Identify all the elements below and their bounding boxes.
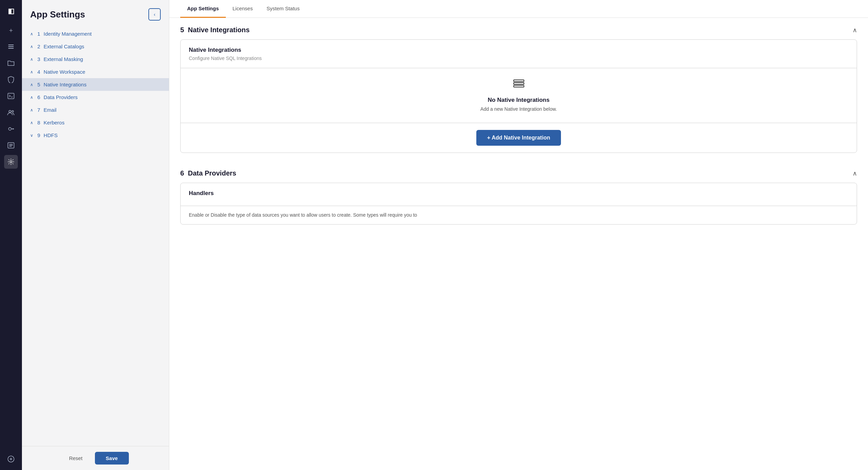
handlers-title: Handlers bbox=[189, 190, 848, 197]
tabs-bar: App SettingsLicensesSystem Status bbox=[169, 0, 868, 18]
nav-shield-icon[interactable] bbox=[4, 73, 18, 86]
item-number: 4 bbox=[37, 69, 40, 75]
tab-system-status[interactable]: System Status bbox=[260, 0, 307, 18]
handlers-card-header: Handlers bbox=[181, 183, 857, 206]
svg-rect-2 bbox=[8, 48, 14, 49]
item-number: 6 bbox=[37, 94, 40, 100]
svg-rect-1 bbox=[8, 46, 14, 47]
sidebar-item-data-providers[interactable]: ∧ 6 Data Providers bbox=[22, 91, 169, 104]
handlers-desc: Enable or Disable the type of data sourc… bbox=[189, 212, 848, 219]
svg-rect-0 bbox=[8, 45, 14, 45]
empty-list-icon bbox=[513, 79, 524, 91]
svg-rect-11 bbox=[514, 83, 524, 84]
main-content: App SettingsLicensesSystem Status 5 Nati… bbox=[169, 0, 868, 470]
nav-settings-icon[interactable] bbox=[4, 155, 18, 169]
svg-point-5 bbox=[12, 111, 14, 112]
card-empty-state: No Native Integrations Add a new Native … bbox=[181, 68, 857, 123]
sidebar-item-native-workspace[interactable]: ∧ 4 Native Workspace bbox=[22, 65, 169, 78]
item-number: 7 bbox=[37, 107, 40, 113]
svg-rect-3 bbox=[8, 93, 14, 99]
nav-key-icon[interactable] bbox=[4, 122, 18, 136]
section5-collapse-icon[interactable]: ∧ bbox=[853, 26, 857, 34]
svg-point-4 bbox=[9, 110, 11, 112]
empty-desc: Add a new Native Integration below. bbox=[480, 106, 557, 112]
item-label: Data Providers bbox=[44, 94, 77, 100]
sidebar-item-external-masking[interactable]: ∧ 3 External Masking bbox=[22, 53, 169, 65]
chevron-icon: ∧ bbox=[30, 108, 33, 112]
chevron-icon: ∧ bbox=[30, 32, 33, 36]
sidebar-item-hdfs[interactable]: ∨ 9 HDFS bbox=[22, 129, 169, 142]
section5-header: 5 Native Integrations ∧ bbox=[180, 18, 857, 39]
chevron-icon: ∧ bbox=[30, 44, 33, 49]
sidebar-title: App Settings bbox=[30, 9, 85, 20]
item-label: Native Workspace bbox=[44, 69, 85, 75]
svg-point-6 bbox=[9, 128, 11, 130]
tab-licenses[interactable]: Licenses bbox=[226, 0, 260, 18]
nav-folder-icon[interactable] bbox=[4, 56, 18, 70]
nav-layers-icon[interactable] bbox=[4, 40, 18, 53]
card-subtitle: Configure Native SQL Integrations bbox=[189, 56, 848, 61]
sidebar-collapse-button[interactable]: ‹ bbox=[148, 8, 161, 21]
nav-add-icon[interactable]: ＋ bbox=[4, 23, 18, 37]
sidebar-item-native-integrations[interactable]: ∧ 5 Native Integrations bbox=[22, 78, 169, 91]
sidebar-header: App Settings ‹ bbox=[22, 0, 169, 27]
nav-terminal-icon[interactable] bbox=[4, 89, 18, 103]
item-number: 3 bbox=[37, 56, 40, 62]
item-label: External Catalogs bbox=[44, 44, 84, 49]
save-button[interactable]: Save bbox=[95, 452, 129, 465]
item-label: Kerberos bbox=[44, 120, 64, 125]
reset-button[interactable]: Reset bbox=[62, 453, 89, 464]
nav-users-icon[interactable] bbox=[4, 106, 18, 119]
item-number: 2 bbox=[37, 44, 40, 49]
tab-app-settings[interactable]: App Settings bbox=[180, 0, 226, 18]
item-number: 9 bbox=[37, 132, 40, 138]
svg-rect-12 bbox=[514, 85, 524, 87]
sidebar-item-identity-management[interactable]: ∧ 1 Identity Management bbox=[22, 27, 169, 40]
nav-list-icon[interactable] bbox=[4, 138, 18, 152]
card-title: Native Integrations bbox=[189, 47, 848, 53]
svg-point-8 bbox=[10, 161, 12, 163]
app-logo[interactable]: ◧ bbox=[4, 4, 18, 18]
svg-rect-10 bbox=[514, 80, 524, 82]
chevron-icon: ∧ bbox=[30, 57, 33, 62]
nav-bottom-add-icon[interactable] bbox=[4, 452, 18, 466]
content-area: 5 Native Integrations ∧ Native Integrati… bbox=[169, 18, 868, 470]
empty-title: No Native Integrations bbox=[488, 97, 549, 104]
sidebar-item-kerberos[interactable]: ∧ 8 Kerberos bbox=[22, 116, 169, 129]
section6-collapse-icon[interactable]: ∧ bbox=[853, 170, 857, 177]
sidebar-item-email[interactable]: ∧ 7 Email bbox=[22, 104, 169, 116]
section6-header: 6 Data Providers ∧ bbox=[180, 161, 857, 183]
sidebar-nav: ∧ 1 Identity Management ∧ 2 External Cat… bbox=[22, 27, 169, 446]
item-number: 8 bbox=[37, 120, 40, 125]
chevron-icon: ∧ bbox=[30, 120, 33, 125]
item-label: Native Integrations bbox=[44, 82, 86, 87]
data-providers-card: Handlers Enable or Disable the type of d… bbox=[180, 183, 857, 225]
sidebar-footer: Reset Save bbox=[22, 446, 169, 470]
card-header: Native Integrations Configure Native SQL… bbox=[181, 40, 857, 68]
nav-bar: ◧ ＋ bbox=[0, 0, 22, 470]
sidebar: App Settings ‹ ∧ 1 Identity Management ∧… bbox=[22, 0, 169, 470]
sidebar-item-external-catalogs[interactable]: ∧ 2 External Catalogs bbox=[22, 40, 169, 53]
item-number: 1 bbox=[37, 31, 40, 37]
chevron-icon: ∨ bbox=[30, 133, 33, 138]
native-integrations-card: Native Integrations Configure Native SQL… bbox=[180, 39, 857, 153]
item-label: Email bbox=[44, 107, 57, 113]
add-native-integration-button[interactable]: + Add Native Integration bbox=[476, 130, 561, 146]
section5-title: 5 Native Integrations bbox=[180, 26, 249, 34]
chevron-icon: ∧ bbox=[30, 95, 33, 100]
chevron-icon: ∧ bbox=[30, 70, 33, 74]
chevron-icon: ∧ bbox=[30, 82, 33, 87]
item-label: External Masking bbox=[44, 56, 83, 62]
item-number: 5 bbox=[37, 82, 40, 87]
section6-title: 6 Data Providers bbox=[180, 169, 236, 177]
item-label: Identity Management bbox=[44, 31, 91, 37]
item-label: HDFS bbox=[44, 132, 58, 138]
card-footer: + Add Native Integration bbox=[181, 123, 857, 153]
